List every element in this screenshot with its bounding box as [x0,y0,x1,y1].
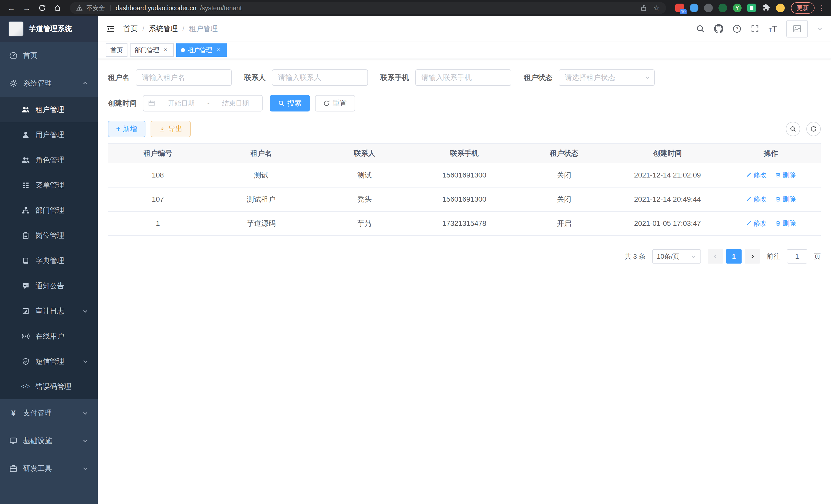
edit-link-label: 修改 [753,171,767,180]
tab-home[interactable]: 首页 [106,43,127,57]
close-icon[interactable]: × [162,47,169,54]
sidebar-item-label: 部门管理 [35,206,64,215]
font-size-icon[interactable]: TT [769,25,777,33]
sidebar-fold-icon[interactable] [106,24,115,33]
cell-tenant-id: 1 [108,211,208,236]
extension-icon-2[interactable] [690,4,698,12]
page-size-select[interactable]: 10条/页 [652,249,701,264]
tab-label: 部门管理 [135,46,159,54]
tab-dept[interactable]: 部门管理 × [130,43,174,57]
help-icon[interactable]: ? [733,24,741,33]
fullscreen-icon[interactable] [751,24,759,33]
breadcrumb-home[interactable]: 首页 [123,24,138,34]
reload-icon[interactable] [36,2,48,14]
extension-icon-1[interactable]: 10 [675,4,684,12]
profile-avatar-icon[interactable] [776,4,785,12]
github-icon[interactable] [714,24,723,33]
tab-tenant[interactable]: 租户管理 × [176,43,227,57]
sidebar-item-role[interactable]: 角色管理 [0,147,98,173]
cell-created: 2021-12-14 20:49:44 [614,187,721,211]
goto-page-input[interactable] [787,249,807,264]
home-icon[interactable] [51,2,64,14]
cell-contact: 测试 [315,163,414,187]
sidebar: 芋道管理系统 首页 系统管理 [0,16,98,504]
sidebar-item-home[interactable]: 首页 [0,41,98,69]
warning-icon [76,5,83,11]
caret-down-icon[interactable] [817,26,823,32]
address-bar[interactable]: 不安全 dashboard.yudao.iocoder.cn /system/t… [70,2,666,14]
sidebar-item-notice[interactable]: 通知公告 [0,273,98,298]
extension-icon-5[interactable]: Y [733,4,742,12]
extension-icon-3[interactable] [704,4,713,12]
search-button[interactable]: 搜索 [270,95,310,112]
sidebar-item-user[interactable]: 用户管理 [0,122,98,147]
sidebar-item-menu[interactable]: 菜单管理 [0,173,98,198]
edit-link[interactable]: 修改 [746,195,767,204]
contact-input[interactable] [272,69,368,86]
sidebar-item-error-code[interactable]: </> 错误码管理 [0,374,98,399]
goto-label: 前往 [767,252,780,261]
toggle-search-button[interactable] [786,122,800,136]
edit-icon [746,196,752,202]
sidebar-item-sms[interactable]: 短信管理 [0,349,98,374]
sidebar-item-payment[interactable]: ¥ 支付管理 [0,399,98,427]
sidebar-item-tenant[interactable]: 租户管理 [0,97,98,122]
chevron-down-icon [82,466,88,472]
refresh-button[interactable] [806,122,821,136]
contact-phone-input[interactable] [415,69,511,86]
browser-menu-kebab-icon[interactable]: ⋮ [818,4,826,12]
sidebar-item-infra[interactable]: 基础设施 [0,427,98,455]
delete-link[interactable]: 删除 [775,171,796,180]
trash-icon [775,196,781,202]
breadcrumb-separator: / [182,25,184,33]
share-icon[interactable] [640,4,647,11]
sidebar-item-online-user[interactable]: 在线用户 [0,324,98,349]
sidebar-item-dept[interactable]: 部门管理 [0,198,98,223]
payment-yen-icon: ¥ [9,409,18,417]
breadcrumb-system[interactable]: 系统管理 [149,24,178,34]
sidebar-item-dev-tools[interactable]: 研发工具 [0,455,98,482]
edit-link-label: 修改 [753,195,767,204]
sidebar-item-post[interactable]: 岗位管理 [0,223,98,248]
search-icon[interactable] [696,24,705,33]
audit-log-icon [22,307,30,315]
next-page-button[interactable] [745,249,760,264]
tenant-status-select[interactable] [558,69,655,86]
extension-icon-4[interactable] [718,4,727,12]
bookmark-star-icon[interactable]: ☆ [654,4,660,12]
browser-update-button[interactable]: 更新 [791,2,814,13]
edit-link[interactable]: 修改 [746,219,767,228]
close-icon[interactable]: × [215,47,222,54]
edit-link[interactable]: 修改 [746,171,767,180]
sidebar-item-audit-log[interactable]: 审计日志 [0,298,98,324]
prev-page-button[interactable] [708,249,723,264]
page-size-value: 10条/页 [657,252,679,261]
app-logo[interactable]: 芋道管理系统 [0,16,98,41]
sidebar-item-dict[interactable]: 字典管理 [0,248,98,273]
page-number-button[interactable]: 1 [726,249,742,264]
add-button[interactable]: + 新增 [108,121,145,137]
delete-link[interactable]: 删除 [775,219,796,228]
back-icon[interactable]: ← [5,2,18,14]
extension-icon-6[interactable] [747,4,756,12]
date-range-picker[interactable]: 开始日期 - 结束日期 [143,95,263,112]
dev-tool-icon [9,465,18,473]
chevron-down-icon [82,438,88,444]
extensions-puzzle-icon[interactable] [762,4,770,12]
sidebar-item-system[interactable]: 系统管理 [0,69,98,97]
avatar[interactable] [786,20,808,37]
sidebar-item-label: 支付管理 [23,408,52,418]
screen: ← → 不安全 dashboard.yudao.iocoder.cn /syst… [0,0,831,504]
font-size-large: T [772,25,777,33]
export-button[interactable]: 导出 [150,121,191,137]
tenant-name-input[interactable] [136,69,232,86]
online-user-icon [22,332,30,340]
error-code-icon: </> [22,383,30,391]
forward-icon[interactable]: → [21,2,33,14]
export-button-label: 导出 [168,124,182,134]
cell-phone: 17321315478 [414,211,514,236]
date-range-separator: - [207,99,210,108]
cell-status: 开启 [514,211,614,236]
reset-button[interactable]: 重置 [315,95,355,112]
delete-link[interactable]: 删除 [775,195,796,204]
